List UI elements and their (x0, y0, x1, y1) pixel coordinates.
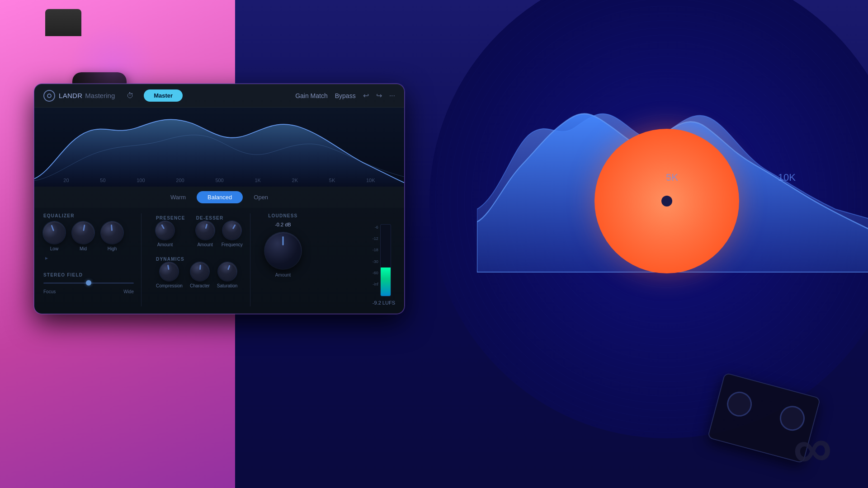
eq-high-knob[interactable] (100, 221, 124, 244)
loudness-section: LOUDNESS -0.2 dB Amount -6 -12 -18 -3 (265, 213, 395, 306)
infinity-decoration: ∞ (791, 415, 835, 481)
compression-container: Compression (156, 263, 183, 288)
eq-expand-arrow[interactable]: ▸ (43, 253, 50, 263)
eq-visualization: 20 50 100 200 500 1K 2K 5K 10K (34, 108, 404, 187)
de-esser-amount-knob[interactable] (194, 220, 216, 242)
de-esser-section: DE-ESSER Amount Frequency (196, 213, 243, 247)
eq-freq-labels: 20 50 100 200 500 1K 2K 5K 10K (34, 178, 404, 183)
vu-label-minus30: -30 (373, 259, 378, 264)
presence-knobs: Amount (156, 221, 185, 247)
master-button[interactable]: Master (144, 89, 183, 102)
gain-match-button[interactable]: Gain Match (295, 92, 328, 99)
bypass-button[interactable]: Bypass (335, 92, 356, 99)
redo-icon[interactable]: ↪ (376, 91, 382, 100)
title-controls: Gain Match Bypass ↩ ↪ ··· (295, 91, 395, 100)
vu-meter-container: -6 -12 -18 -30 -60 -inf (373, 224, 395, 306)
de-esser-knobs: Amount Frequency (196, 221, 243, 247)
stereo-field-label: STEREO FIELD (43, 272, 83, 277)
freq-20: 20 (63, 178, 69, 183)
saturation-container: Saturation (217, 263, 238, 288)
spray-cap (45, 9, 81, 36)
equalizer-section: EQUALIZER Low Mid High (43, 213, 134, 306)
open-button[interactable]: Open (243, 191, 279, 203)
loudness-label: LOUDNESS (268, 213, 297, 218)
title-bar: LANDR Mastering ⏱ Master Gain Match Bypa… (34, 84, 404, 108)
freq-50: 50 (100, 178, 105, 183)
app-name: LANDR (59, 92, 82, 99)
de-esser-freq-label: Frequency (222, 242, 243, 247)
style-buttons: Warm Balanced Open (34, 187, 404, 208)
dynamics-section: DYNAMICS Compression Character Satura (156, 254, 243, 288)
presence-section: PRESENCE Amount (156, 213, 185, 247)
de-esser-label: DE-ESSER (196, 216, 224, 221)
freq-5k: 5K (329, 178, 335, 183)
eq-low-knob[interactable] (40, 219, 68, 247)
vinyl-center-dot (661, 196, 672, 206)
warm-button[interactable]: Warm (160, 191, 197, 203)
presence-amount-knob[interactable] (153, 218, 178, 243)
equalizer-label: EQUALIZER (43, 213, 134, 218)
dynamics-knobs: Compression Character Saturation (156, 263, 243, 288)
vu-fill (381, 267, 391, 296)
character-container: Character (190, 263, 210, 288)
history-icon[interactable]: ⏱ (124, 89, 137, 102)
app-subtitle: Mastering (85, 92, 115, 99)
eq-high-label: High (108, 246, 117, 251)
plugin-window: LANDR Mastering ⏱ Master Gain Match Bypa… (34, 84, 405, 314)
focus-label: Focus (43, 289, 56, 294)
eq-low-label: Low (50, 246, 58, 251)
presence-label: PRESENCE (156, 216, 185, 221)
divider-1 (141, 213, 142, 306)
saturation-label: Saturation (217, 283, 238, 288)
undo-icon[interactable]: ↩ (363, 91, 369, 100)
vu-label-minus60: -60 (373, 271, 378, 275)
de-esser-freq-knob[interactable] (220, 218, 245, 243)
dynamics-label: DYNAMICS (156, 257, 184, 262)
vu-label-minus12: -12 (373, 236, 378, 241)
compression-knob[interactable] (159, 261, 179, 282)
de-esser-freq-container: Frequency (222, 221, 243, 247)
eq-knobs: Low Mid High (43, 222, 134, 251)
freq-1k: 1K (255, 178, 260, 183)
presence-amount-container: Amount (156, 221, 174, 247)
balanced-button[interactable]: Balanced (197, 191, 243, 203)
controls-area: EQUALIZER Low Mid High (34, 208, 404, 314)
eq-mid-knob-container: Mid (72, 222, 94, 251)
de-esser-amount-label: Amount (197, 242, 212, 247)
compression-label: Compression (156, 283, 183, 288)
freq-500: 500 (215, 178, 223, 183)
wide-label: Wide (123, 289, 134, 294)
loudness-knob[interactable] (265, 233, 301, 269)
vinyl-center (594, 129, 739, 273)
plugin-inner: 20 50 100 200 500 1K 2K 5K 10K Warm Bala… (34, 108, 404, 314)
stereo-thumb[interactable] (86, 280, 91, 286)
vu-label-inf: -inf (373, 282, 378, 286)
stereo-slider[interactable] (43, 278, 134, 287)
more-icon[interactable]: ··· (389, 92, 395, 100)
de-esser-amount-container: Amount (196, 221, 214, 247)
lufs-value: -9.2 LUFS (373, 300, 395, 305)
saturation-knob[interactable] (216, 260, 239, 283)
eq-high-knob-container: High (101, 222, 123, 251)
freq-10k: 10K (366, 178, 375, 183)
loudness-amount-label: Amount (275, 272, 291, 277)
stereo-track (43, 282, 134, 284)
stereo-field-section: STEREO FIELD Focus Wide (43, 270, 134, 294)
eq-mid-knob[interactable] (71, 220, 96, 245)
presence-deesser-section: PRESENCE Amount DE-ESSER (156, 213, 243, 306)
vu-meter (380, 224, 391, 296)
freq-200: 200 (176, 178, 184, 183)
cassette-reel-left (724, 389, 755, 419)
freq-2k: 2K (292, 178, 298, 183)
presence-amount-label: Amount (157, 242, 173, 247)
eq-mid-label: Mid (80, 246, 87, 251)
freq-label-5k: 5K (666, 172, 678, 183)
vu-label-minus18: -18 (373, 248, 378, 252)
logo-icon (43, 90, 55, 102)
character-label: Character (190, 283, 210, 288)
divider-2 (250, 213, 250, 306)
freq-100: 100 (137, 178, 145, 183)
character-knob[interactable] (190, 262, 209, 281)
freq-label-10k: 10K (778, 172, 796, 183)
db-value: -0.2 dB (275, 222, 291, 227)
